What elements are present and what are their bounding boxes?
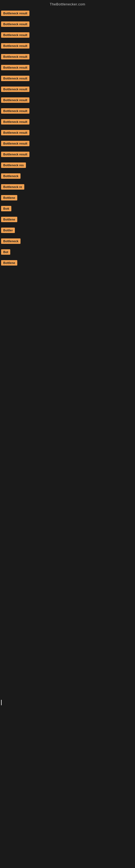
bottleneck-badge[interactable]: Bottleneck result [1,130,30,135]
bottleneck-badge[interactable]: Bottleneck result [1,22,30,27]
list-item: Bottleneck result [0,128,135,138]
list-item: Bott [0,204,135,215]
bottleneck-badge[interactable]: Bottleneck re [1,184,24,190]
cursor [1,700,2,705]
list-item: Bottleneck re [0,182,135,193]
items-container: Bottleneck resultBottleneck resultBottle… [0,7,135,269]
list-item: Bottlene [0,258,135,269]
list-item: Bottleneck result [0,52,135,63]
bottleneck-badge[interactable]: Bottleneck result [1,108,30,114]
bottleneck-badge[interactable]: Bottlene [1,195,17,200]
bottleneck-badge[interactable]: Bot [1,249,10,255]
list-item: Bottleneck result [0,84,135,95]
bottleneck-badge[interactable]: Bottleneck result [1,87,30,92]
bottleneck-badge[interactable]: Bottleneck result [1,152,30,157]
bottleneck-badge[interactable]: Bottleneck result [1,43,30,49]
bottleneck-badge[interactable]: Bottler [1,227,15,233]
list-item: Bottler [0,225,135,236]
bottleneck-badge[interactable]: Bott [1,206,11,211]
list-item: Bottleneck result [0,95,135,106]
bottleneck-badge[interactable]: Bottlene [1,260,17,266]
bottleneck-badge[interactable]: Bottlene [1,217,17,222]
bottleneck-badge[interactable]: Bottleneck [1,239,20,244]
bottleneck-badge[interactable]: Bottleneck result [1,32,30,38]
list-item: Bottlene [0,193,135,204]
bottleneck-badge[interactable]: Bottleneck result [1,54,30,59]
bottleneck-badge[interactable]: Bottleneck result [1,76,30,81]
list-item: Bottleneck result [0,8,135,19]
bottleneck-badge[interactable]: Bottleneck result [1,119,30,124]
bottleneck-badge[interactable]: Bottleneck result [1,10,30,16]
list-item: Bottleneck result [0,73,135,84]
bottleneck-badge[interactable]: Bottleneck res [1,162,26,168]
site-header: TheBottlenecker.com [0,0,135,7]
bottleneck-badge[interactable]: Bottleneck result [1,141,30,146]
list-item: Bottleneck result [0,117,135,128]
bottleneck-badge[interactable]: Bottleneck result [1,65,30,70]
bottleneck-badge[interactable]: Bottleneck [1,173,20,179]
list-item: Bot [0,247,135,258]
list-item: Bottlene [0,215,135,225]
list-item: Bottleneck result [0,138,135,150]
list-item: Bottleneck [0,171,135,182]
list-item: Bottleneck result [0,41,135,52]
list-item: Bottleneck result [0,106,135,117]
bottleneck-badge[interactable]: Bottleneck result [1,97,30,103]
list-item: Bottleneck result [0,19,135,30]
list-item: Bottleneck result [0,150,135,160]
list-item: Bottleneck [0,236,135,247]
list-item: Bottleneck result [0,63,135,73]
list-item: Bottleneck result [0,30,135,41]
list-item: Bottleneck res [0,160,135,171]
